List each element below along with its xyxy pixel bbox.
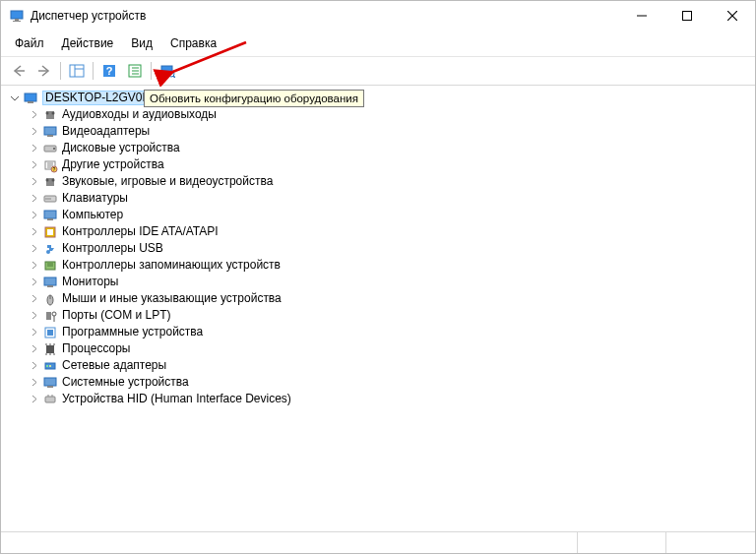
tree-item[interactable]: Контроллеры USB	[3, 240, 753, 257]
tree-item[interactable]: Устройства HID (Human Interface Devices)	[3, 391, 753, 407]
svg-text:?: ?	[106, 65, 113, 77]
tree-item[interactable]: Порты (COM и LPT)	[3, 307, 753, 324]
tree-item[interactable]: Мыши и иные указывающие устройства	[3, 290, 753, 307]
expand-icon[interactable]	[27, 277, 40, 286]
tree-item[interactable]: Контроллеры IDE ATA/ATAPI	[3, 223, 753, 240]
menu-file[interactable]: Файл	[7, 32, 52, 54]
expand-icon[interactable]	[27, 127, 40, 136]
menu-action[interactable]: Действие	[54, 32, 122, 54]
expand-icon[interactable]	[27, 110, 40, 119]
mouse-icon	[42, 291, 58, 307]
expand-icon[interactable]	[27, 194, 40, 203]
svg-point-44	[46, 250, 50, 254]
expand-icon[interactable]	[27, 395, 40, 403]
sound-game-video-icon	[42, 174, 58, 190]
svg-rect-68	[47, 386, 53, 388]
tree-item[interactable]: Системные устройства	[3, 374, 753, 391]
software-device-icon	[42, 325, 58, 340]
expand-icon[interactable]	[27, 244, 40, 253]
monitor-icon	[42, 275, 58, 290]
toolbar-separator	[151, 62, 152, 80]
statusbar	[1, 531, 755, 553]
window-title: Диспетчер устройств	[31, 9, 619, 23]
tree-item[interactable]: Контроллеры запоминающих устройств	[3, 257, 753, 274]
ide-controller-icon	[42, 224, 58, 240]
svg-rect-27	[44, 127, 56, 135]
menu-help[interactable]: Справка	[162, 32, 224, 54]
processor-icon	[42, 341, 58, 357]
expand-icon[interactable]	[27, 211, 40, 219]
tree-item-label: Системные устройства	[62, 376, 189, 389]
tree-item-label: Контроллеры запоминающих устройств	[62, 259, 281, 272]
menu-view[interactable]: Вид	[123, 32, 160, 54]
help-button[interactable]: ?	[97, 60, 121, 82]
tree-item[interactable]: ?Другие устройства	[3, 156, 753, 173]
tree-item-label: Другие устройства	[62, 158, 164, 171]
svg-rect-18	[161, 66, 172, 74]
menubar: Файл Действие Вид Справка	[1, 31, 755, 57]
tree-root[interactable]: DESKTOP-L2GV0M	[3, 90, 753, 106]
expand-icon[interactable]	[7, 93, 21, 102]
forward-button[interactable]	[32, 60, 56, 82]
minimize-button[interactable]	[619, 1, 664, 31]
tree-root-label: DESKTOP-L2GV0M	[42, 91, 155, 105]
svg-rect-2	[13, 21, 21, 22]
toolbar-separator	[93, 62, 94, 80]
display-adapter-icon	[42, 124, 58, 140]
tree-item-label: Программные устройства	[62, 326, 203, 339]
expand-icon[interactable]	[27, 311, 40, 320]
expand-icon[interactable]	[27, 144, 40, 153]
expand-icon[interactable]	[27, 261, 40, 270]
expand-icon[interactable]	[27, 361, 40, 370]
tree-item-label: Процессоры	[62, 342, 131, 355]
titlebar[interactable]: Диспетчер устройств	[1, 1, 755, 31]
status-cell	[1, 532, 578, 553]
svg-point-53	[52, 312, 56, 316]
svg-rect-24	[28, 101, 33, 103]
tree-item[interactable]: Процессоры	[3, 340, 753, 357]
toolbar-separator	[60, 62, 61, 80]
expand-icon[interactable]	[27, 227, 40, 236]
tree-item[interactable]: Компьютер	[3, 207, 753, 223]
tree-item[interactable]: Аудиовходы и аудиовыходы	[3, 106, 753, 123]
tree-item-label: Аудиовходы и аудиовыходы	[62, 108, 217, 121]
storage-controller-icon	[42, 258, 58, 274]
svg-rect-4	[683, 12, 692, 21]
keyboard-icon	[42, 191, 58, 207]
window-frame: Диспетчер устройств Файл Действие Вид Сп…	[0, 0, 756, 554]
expand-icon[interactable]	[27, 177, 40, 186]
maximize-button[interactable]	[664, 1, 710, 31]
svg-rect-49	[47, 285, 53, 287]
usb-controller-icon	[42, 241, 58, 257]
expand-icon[interactable]	[27, 344, 40, 353]
show-hide-tree-button[interactable]	[65, 60, 89, 82]
back-button[interactable]	[7, 60, 31, 82]
hid-device-icon	[42, 392, 58, 407]
tree-item-label: Видеоадаптеры	[62, 125, 150, 138]
tree-item-label: Звуковые, игровые и видеоустройства	[62, 175, 273, 188]
expand-icon[interactable]	[27, 160, 40, 169]
svg-line-21	[173, 76, 175, 78]
window-buttons	[619, 1, 755, 31]
computer-icon	[23, 91, 38, 106]
tree-item[interactable]: Сетевые адаптеры	[3, 357, 753, 374]
tree-item[interactable]: Мониторы	[3, 274, 753, 290]
scan-hardware-button[interactable]	[156, 60, 179, 82]
tree-item-label: Контроллеры USB	[62, 242, 163, 255]
tree-item[interactable]: Звуковые, игровые и видеоустройства	[3, 173, 753, 190]
expand-icon[interactable]	[27, 378, 40, 387]
close-button[interactable]	[710, 1, 755, 31]
expand-icon[interactable]	[27, 294, 40, 303]
tree-item[interactable]: Программные устройства	[3, 324, 753, 340]
svg-point-65	[46, 365, 48, 367]
status-cell	[578, 532, 666, 553]
properties-button[interactable]	[123, 60, 147, 82]
tree-panel[interactable]: Обновить конфигурацию оборудования DESKT…	[1, 86, 755, 531]
expand-icon[interactable]	[27, 328, 40, 337]
svg-point-30	[53, 148, 55, 150]
svg-point-34	[46, 178, 49, 181]
tree-item[interactable]: Дисковые устройства	[3, 140, 753, 156]
svg-point-25	[46, 111, 49, 114]
tree-item[interactable]: Клавиатуры	[3, 190, 753, 207]
tree-item[interactable]: Видеоадаптеры	[3, 123, 753, 140]
